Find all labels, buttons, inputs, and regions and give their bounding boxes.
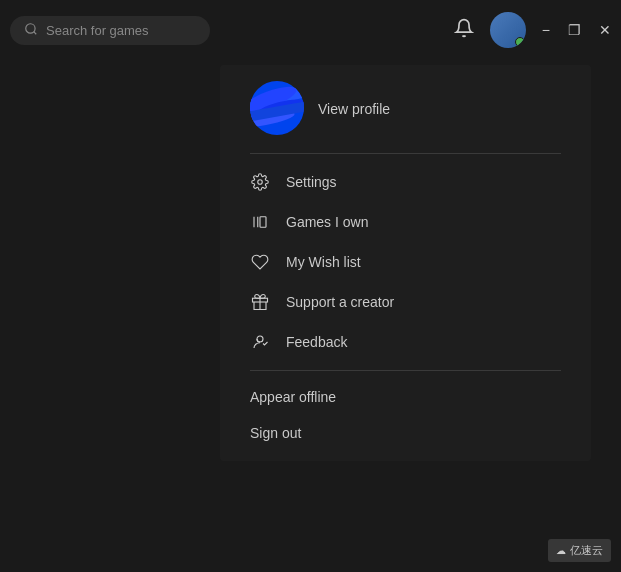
menu-item-wish-list[interactable]: My Wish list bbox=[220, 242, 591, 282]
menu-item-feedback[interactable]: Feedback bbox=[220, 322, 591, 362]
wish-list-label: My Wish list bbox=[286, 254, 361, 270]
restore-button[interactable]: ❐ bbox=[568, 22, 581, 38]
heart-icon bbox=[250, 252, 270, 272]
close-button[interactable]: ✕ bbox=[599, 22, 611, 38]
notification-bell-icon[interactable] bbox=[454, 18, 474, 43]
search-input[interactable] bbox=[46, 23, 186, 38]
search-icon bbox=[24, 22, 38, 39]
gift-icon bbox=[250, 292, 270, 312]
menu-item-support-creator[interactable]: Support a creator bbox=[220, 282, 591, 322]
svg-point-0 bbox=[26, 23, 35, 32]
menu-item-appear-offline[interactable]: Appear offline bbox=[220, 379, 591, 415]
menu-item-games-i-own[interactable]: Games I own bbox=[220, 202, 591, 242]
appear-offline-label: Appear offline bbox=[250, 389, 336, 405]
view-profile-link[interactable]: View profile bbox=[318, 101, 390, 117]
title-bar-right: − ❐ ✕ bbox=[454, 12, 611, 48]
gear-icon bbox=[250, 172, 270, 192]
watermark: ☁ 亿速云 bbox=[548, 539, 611, 562]
online-indicator bbox=[515, 37, 525, 47]
menu-item-settings[interactable]: Settings bbox=[220, 162, 591, 202]
menu-divider-bottom bbox=[250, 370, 561, 371]
dropdown-menu: View profile Settings Games I own bbox=[220, 65, 591, 461]
menu-divider-top bbox=[250, 153, 561, 154]
minimize-button[interactable]: − bbox=[542, 22, 550, 38]
window-controls: − ❐ ✕ bbox=[542, 22, 611, 38]
feedback-icon bbox=[250, 332, 270, 352]
avatar[interactable] bbox=[490, 12, 526, 48]
support-creator-label: Support a creator bbox=[286, 294, 394, 310]
svg-point-5 bbox=[258, 180, 263, 185]
profile-header[interactable]: View profile bbox=[220, 65, 591, 145]
title-bar: − ❐ ✕ bbox=[0, 0, 621, 60]
games-i-own-label: Games I own bbox=[286, 214, 368, 230]
sign-out-label: Sign out bbox=[250, 425, 301, 441]
search-box[interactable] bbox=[10, 16, 210, 45]
svg-point-4 bbox=[250, 108, 296, 130]
watermark-text: 亿速云 bbox=[570, 543, 603, 558]
feedback-label: Feedback bbox=[286, 334, 347, 350]
svg-line-1 bbox=[34, 31, 37, 34]
svg-point-2 bbox=[250, 82, 299, 116]
profile-avatar bbox=[250, 81, 304, 135]
svg-rect-8 bbox=[260, 217, 266, 228]
library-icon bbox=[250, 212, 270, 232]
settings-label: Settings bbox=[286, 174, 337, 190]
watermark-icon: ☁ bbox=[556, 545, 566, 556]
menu-item-sign-out[interactable]: Sign out bbox=[220, 415, 591, 451]
profile-info: View profile bbox=[318, 99, 390, 117]
